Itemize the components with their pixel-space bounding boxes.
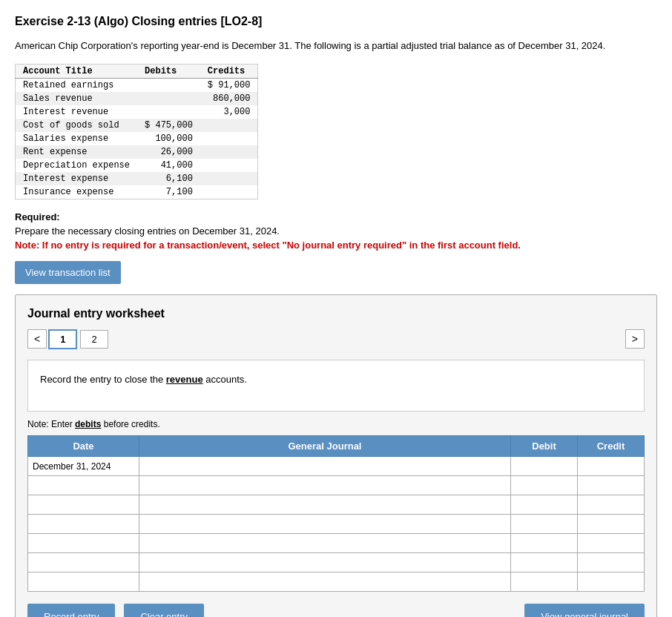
- journal-input[interactable]: [144, 538, 506, 549]
- credit-amount: [200, 145, 258, 159]
- date-input[interactable]: [33, 519, 134, 529]
- debit-amount: 41,000: [137, 159, 200, 172]
- credit-input[interactable]: [582, 577, 639, 587]
- date-input[interactable]: [33, 461, 134, 472]
- credit-input[interactable]: [582, 558, 639, 568]
- trial-balance-row: Depreciation expense41,000: [16, 159, 258, 172]
- journal-table: Date General Journal Debit Credit: [27, 435, 645, 592]
- journal-row: [28, 514, 645, 533]
- col-header-debits: Debits: [137, 64, 200, 78]
- account-name: Retained earnings: [16, 78, 138, 92]
- date-input[interactable]: [33, 538, 134, 549]
- journal-row: [28, 475, 645, 495]
- date-input[interactable]: [33, 558, 134, 568]
- trial-balance-row: Interest expense6,100: [16, 172, 258, 185]
- date-input[interactable]: [33, 481, 134, 491]
- debit-input[interactable]: [515, 538, 573, 549]
- credit-amount: 860,000: [200, 92, 258, 105]
- date-input[interactable]: [33, 500, 134, 510]
- credit-input[interactable]: [582, 481, 639, 491]
- trial-balance-row: Interest revenue3,000: [16, 105, 258, 119]
- journal-row: [28, 495, 645, 514]
- trial-balance-row: Cost of goods sold$ 475,000: [16, 119, 258, 132]
- trial-balance-row: Insurance expense7,100: [16, 185, 258, 199]
- instruction-box: Record the entry to close the revenue ac…: [27, 360, 645, 412]
- next-tab-button[interactable]: >: [625, 329, 645, 349]
- debit-input[interactable]: [515, 519, 573, 529]
- debit-amount: [137, 105, 200, 119]
- account-name: Depreciation expense: [16, 159, 138, 172]
- page-title: Exercise 2-13 (Algo) Closing entries [LO…: [15, 15, 657, 28]
- credit-input[interactable]: [582, 461, 639, 472]
- prev-tab-button[interactable]: <: [27, 329, 47, 349]
- col-header-account: Account Title: [16, 64, 138, 78]
- account-name: Sales revenue: [16, 92, 138, 105]
- account-name: Interest expense: [16, 172, 138, 185]
- required-section: Required: Prepare the necessary closing …: [15, 211, 657, 251]
- debits-word: debits: [75, 419, 101, 429]
- debit-input[interactable]: [515, 577, 573, 587]
- journal-input[interactable]: [144, 500, 506, 510]
- credit-amount: [200, 172, 258, 185]
- credit-amount: [200, 185, 258, 199]
- required-text: Prepare the necessary closing entries on…: [15, 225, 657, 237]
- date-input[interactable]: [33, 577, 134, 587]
- debit-input[interactable]: [515, 481, 573, 491]
- credit-amount: [200, 132, 258, 145]
- account-name: Cost of goods sold: [16, 119, 138, 132]
- account-name: Insurance expense: [16, 185, 138, 199]
- debit-amount: 26,000: [137, 145, 200, 159]
- bottom-buttons: Record entry Clear entry View general jo…: [27, 604, 645, 618]
- journal-row: [28, 552, 645, 572]
- col-header-debit: Debit: [511, 435, 578, 456]
- debit-amount: [137, 78, 200, 92]
- journal-row: [28, 533, 645, 552]
- record-entry-button[interactable]: Record entry: [27, 604, 115, 618]
- journal-input[interactable]: [144, 558, 506, 568]
- debit-input[interactable]: [515, 500, 573, 510]
- view-transaction-button[interactable]: View transaction list: [15, 261, 121, 284]
- credit-input[interactable]: [582, 500, 639, 510]
- account-name: Interest revenue: [16, 105, 138, 119]
- instruction-highlight: revenue: [166, 374, 203, 385]
- debit-amount: 100,000: [137, 132, 200, 145]
- credit-input[interactable]: [582, 519, 639, 529]
- trial-balance-row: Retained earnings$ 91,000: [16, 78, 258, 92]
- journal-row: [28, 572, 645, 591]
- credit-amount: [200, 119, 258, 132]
- trial-balance-row: Salaries expense100,000: [16, 132, 258, 145]
- debit-input[interactable]: [515, 461, 573, 472]
- journal-input[interactable]: [144, 481, 506, 491]
- clear-entry-button[interactable]: Clear entry: [124, 604, 204, 618]
- journal-input[interactable]: [144, 519, 506, 529]
- instruction-text-before: Record the entry to close the: [40, 374, 166, 385]
- note-red: Note: If no entry is required for a tran…: [15, 240, 657, 251]
- credit-amount: [200, 159, 258, 172]
- view-general-journal-button[interactable]: View general journal: [524, 604, 645, 618]
- description: American Chip Corporation's reporting ye…: [15, 39, 657, 53]
- tab-navigation: < 1 2 >: [27, 329, 645, 349]
- col-header-date: Date: [28, 435, 139, 456]
- debit-amount: 6,100: [137, 172, 200, 185]
- required-label: Required:: [15, 211, 657, 222]
- account-name: Salaries expense: [16, 132, 138, 145]
- account-name: Rent expense: [16, 145, 138, 159]
- tab-1-button[interactable]: 1: [48, 329, 77, 349]
- trial-balance-row: Rent expense26,000: [16, 145, 258, 159]
- col-header-general-journal: General Journal: [139, 435, 511, 456]
- worksheet-title: Journal entry worksheet: [27, 307, 645, 320]
- journal-input[interactable]: [144, 461, 506, 472]
- credit-amount: $ 91,000: [200, 78, 258, 92]
- debit-amount: [137, 92, 200, 105]
- debit-input[interactable]: [515, 558, 573, 568]
- instruction-text-after: accounts.: [203, 374, 247, 385]
- tab-2-button[interactable]: 2: [80, 330, 108, 349]
- credit-input[interactable]: [582, 538, 639, 549]
- debit-amount: $ 475,000: [137, 119, 200, 132]
- trial-balance-row: Sales revenue860,000: [16, 92, 258, 105]
- col-header-credit: Credit: [578, 435, 645, 456]
- credit-amount: 3,000: [200, 105, 258, 119]
- note-debits: Note: Enter debits before credits.: [27, 419, 645, 429]
- col-header-credits: Credits: [200, 64, 258, 78]
- journal-input[interactable]: [144, 577, 506, 587]
